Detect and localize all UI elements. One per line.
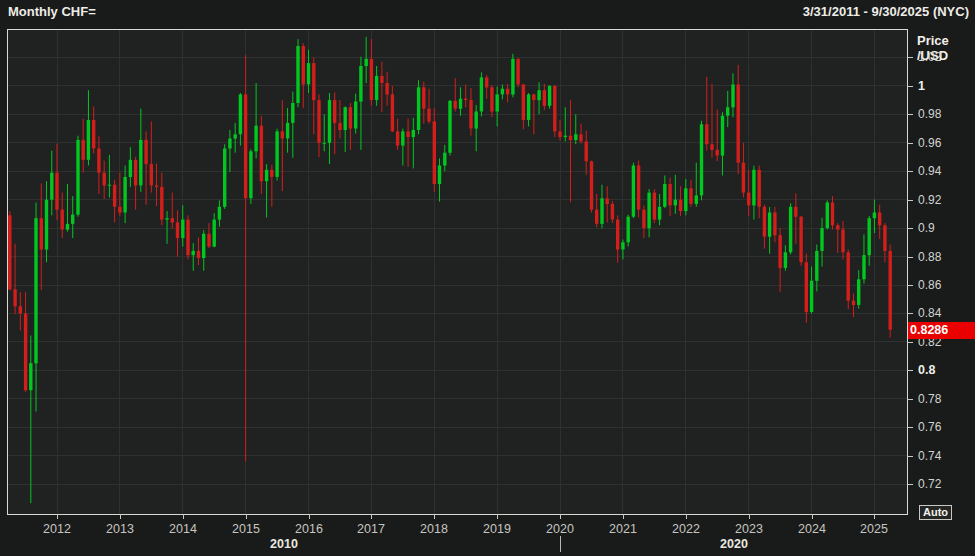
- time-axis-year-label: 2024: [798, 522, 826, 536]
- time-axis-tick: [623, 514, 624, 519]
- time-axis-year-label: 2018: [420, 522, 448, 536]
- time-axis-year-label: 2020: [546, 522, 574, 536]
- price-axis-tick: [907, 427, 913, 428]
- price-axis-label: 0.74: [918, 449, 941, 463]
- time-axis-year-label: 2022: [672, 522, 700, 536]
- price-axis-tick: [907, 86, 913, 87]
- price-axis-tick: [907, 114, 913, 115]
- time-axis-year-label: 2014: [169, 522, 197, 536]
- time-axis-tick: [874, 514, 875, 519]
- time-axis-tick: [560, 514, 561, 519]
- price-axis-label: 1.02: [918, 50, 941, 64]
- price-axis-label: 0.78: [918, 392, 941, 406]
- time-axis-year-label: 2019: [483, 522, 511, 536]
- candlestick-chart[interactable]: [8, 30, 907, 514]
- price-axis-label: 0.84: [918, 306, 941, 320]
- price-axis-tick: [907, 456, 913, 457]
- time-axis-tick: [183, 514, 184, 519]
- axis-auto-button[interactable]: Auto: [919, 505, 952, 520]
- price-axis-tick: [907, 484, 913, 485]
- time-axis-tick: [120, 514, 121, 519]
- price-axis-tick: [907, 57, 913, 58]
- price-axis-tick: [907, 257, 913, 258]
- chart-title: Monthly CHF=: [8, 4, 96, 19]
- price-axis-tick: [907, 313, 913, 314]
- chart-plot-area[interactable]: [7, 29, 908, 515]
- time-axis-tick: [309, 514, 310, 519]
- price-axis-label: 0.86: [918, 278, 941, 292]
- price-axis-label: 0.88: [918, 250, 941, 264]
- time-axis-year-label: 2012: [43, 522, 71, 536]
- time-axis-year-label: 2025: [860, 522, 888, 536]
- time-axis-year-label: 2016: [295, 522, 323, 536]
- time-axis-tick: [749, 514, 750, 519]
- price-axis-tick: [907, 285, 913, 286]
- time-axis-year-label: 2013: [106, 522, 134, 536]
- time-axis-tick: [246, 514, 247, 519]
- time-axis-decade-label: 2020: [720, 537, 748, 551]
- price-axis-tick: [907, 342, 913, 343]
- price-axis-tick: [907, 399, 913, 400]
- price-axis-label: 0.92: [918, 193, 941, 207]
- price-axis-tick: [907, 200, 913, 201]
- price-axis-tick: [907, 143, 913, 144]
- price-axis-label: 0.94: [918, 164, 941, 178]
- decade-separator-tick: [560, 536, 561, 552]
- time-axis-tick: [57, 514, 58, 519]
- time-axis-year-label: 2023: [735, 522, 763, 536]
- price-axis-label: 0.72: [918, 477, 941, 491]
- price-axis-tick: [907, 228, 913, 229]
- time-axis-tick: [371, 514, 372, 519]
- price-axis-label: 0.98: [918, 107, 941, 121]
- time-axis-year-label: 2021: [609, 522, 637, 536]
- time-axis-tick: [434, 514, 435, 519]
- price-axis-label: 1: [918, 79, 925, 93]
- price-axis-tick: [907, 370, 913, 371]
- last-price-tag: 0.8286: [908, 322, 975, 339]
- price-axis-label: 0.76: [918, 420, 941, 434]
- price-axis-label: 0.96: [918, 136, 941, 150]
- price-axis-tick: [907, 171, 913, 172]
- time-axis-tick: [497, 514, 498, 519]
- date-range-label: 3/31/2011 - 9/30/2025 (NYC): [803, 4, 969, 19]
- price-axis-label: 0.8: [918, 363, 935, 377]
- time-axis-year-label: 2015: [232, 522, 260, 536]
- time-axis-year-label: 2017: [357, 522, 385, 536]
- price-axis-label: 0.9: [918, 221, 935, 235]
- time-axis-tick: [686, 514, 687, 519]
- time-axis-decade-label: 2010: [270, 537, 298, 551]
- time-axis-tick: [812, 514, 813, 519]
